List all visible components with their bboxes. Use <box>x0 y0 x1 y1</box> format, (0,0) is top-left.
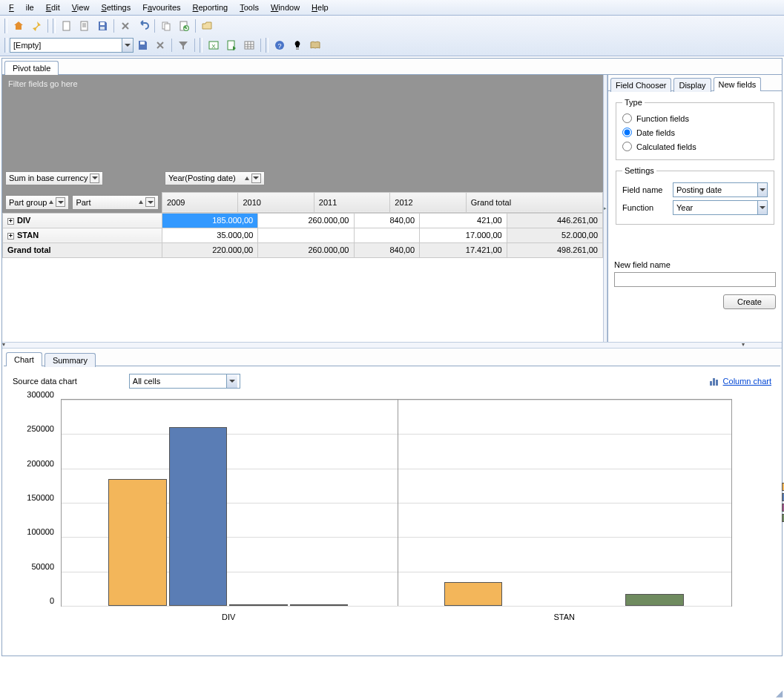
function-combo[interactable] <box>673 200 768 215</box>
pivot-col-header[interactable]: 2009 <box>162 192 238 212</box>
copy-icon[interactable] <box>158 18 174 34</box>
svg-rect-5 <box>165 24 170 30</box>
chart-plot: 050000100000150000200000250000300000 200… <box>13 399 771 644</box>
right-panel: Field Chooser Display New fields Type Fu… <box>607 75 782 342</box>
type-group: Type Function fields Date fields Calcula… <box>616 98 774 160</box>
svg-rect-2 <box>100 22 105 25</box>
grid-icon[interactable] <box>241 37 257 53</box>
legend-item: 2012 <box>782 513 784 522</box>
svg-point-7 <box>183 25 189 31</box>
tab-pivot-table[interactable]: Pivot table <box>4 61 59 75</box>
chart-panel: Chart Summary Source data chart Column c… <box>4 350 780 654</box>
new-icon[interactable] <box>59 18 75 34</box>
pivot-col-header[interactable]: 2012 <box>390 192 466 212</box>
row-field-part-group[interactable]: Part group <box>5 195 69 210</box>
menu-tools[interactable]: Tools <box>234 1 265 13</box>
menu-favourites[interactable]: Favourites <box>136 1 186 13</box>
export-excel-icon[interactable]: X <box>205 37 222 53</box>
svg-rect-16 <box>710 381 712 386</box>
newfieldname-label: New field name <box>614 260 776 269</box>
fieldname-combo[interactable] <box>673 182 768 197</box>
pivot-cell[interactable]: 52.000,00 <box>507 228 602 242</box>
filter-icon[interactable] <box>175 37 191 53</box>
help-icon[interactable]: ? <box>271 37 288 53</box>
menu-file[interactable]: File <box>3 1 40 13</box>
pivot-col-header[interactable]: Grand total <box>466 192 602 212</box>
chart-bar <box>290 604 348 606</box>
pivot-grid[interactable]: +DIV185.000,00260.000,00840,00421,00446.… <box>2 213 603 258</box>
pivot-cell[interactable]: 35.000,00 <box>162 228 258 242</box>
tab-display[interactable]: Display <box>673 78 711 92</box>
pivot-cell[interactable]: 840,00 <box>354 213 420 228</box>
menu-settings[interactable]: Settings <box>95 1 136 13</box>
menu-help[interactable]: Help <box>306 1 335 13</box>
filter-drop-area[interactable]: Filter fields go here <box>2 75 603 168</box>
source-data-label: Source data chart <box>13 377 77 386</box>
edit-icon[interactable] <box>76 18 93 34</box>
radio-date-fields[interactable] <box>622 128 632 137</box>
create-button[interactable]: Create <box>723 294 776 309</box>
column-field-year[interactable]: Year(Posting date) <box>165 171 265 185</box>
pivot-cell[interactable]: 421,00 <box>420 213 507 228</box>
svg-rect-1 <box>81 22 88 30</box>
undo-icon[interactable] <box>135 18 151 34</box>
tab-field-chooser[interactable]: Field Chooser <box>610 78 671 92</box>
layout-combo[interactable] <box>10 38 134 53</box>
pivot-col-header[interactable]: 2011 <box>314 192 389 212</box>
splitter-horizontal[interactable]: ▾ ▾ <box>2 342 782 349</box>
pin-icon[interactable] <box>28 18 45 34</box>
save-layout-icon[interactable] <box>134 37 151 53</box>
svg-text:?: ? <box>277 42 281 50</box>
book-icon[interactable] <box>307 37 323 53</box>
source-data-combo[interactable] <box>129 374 240 389</box>
radio-calculated-fields[interactable] <box>622 142 632 151</box>
column-chart-icon <box>708 375 720 387</box>
main-tabstrip: Pivot table <box>2 59 782 75</box>
tip-icon[interactable] <box>289 37 306 53</box>
chart-bar <box>169 427 227 606</box>
pivot-row-header[interactable]: +STAN <box>3 228 162 242</box>
home-icon[interactable] <box>10 18 27 34</box>
legend-item: 2011 <box>782 503 784 512</box>
chart-x-label: STAN <box>527 612 602 621</box>
pivot-cell[interactable]: 260.000,00 <box>258 213 354 228</box>
toolbar-primary: X ? <box>0 16 784 56</box>
chart-bar <box>444 582 502 606</box>
tab-chart[interactable]: Chart <box>6 352 42 366</box>
pivot-cell[interactable] <box>354 228 420 242</box>
chart-bar <box>625 594 683 606</box>
pivot-cell[interactable]: 17.000,00 <box>420 228 507 242</box>
legend-item: 2009 <box>782 482 784 491</box>
chart-bar <box>108 479 166 606</box>
legend-item: 2010 <box>782 492 784 501</box>
refresh-icon[interactable] <box>176 18 192 34</box>
menu-edit[interactable]: Edit <box>40 1 66 13</box>
pivot-cell[interactable]: 185.000,00 <box>162 213 258 228</box>
tab-new-fields[interactable]: New fields <box>714 77 762 91</box>
newfieldname-input[interactable] <box>614 272 776 287</box>
export-sheet-icon[interactable] <box>223 37 240 53</box>
delete-layout-icon[interactable] <box>152 37 168 53</box>
pivot-cell[interactable] <box>258 228 354 242</box>
folder-icon[interactable] <box>199 18 215 34</box>
menu-window[interactable]: Window <box>265 1 306 13</box>
svg-rect-15 <box>296 48 299 50</box>
tab-summary[interactable]: Summary <box>45 353 96 367</box>
pivot-row-header[interactable]: +DIV <box>3 213 162 228</box>
data-field[interactable]: Sum in base currency <box>5 171 103 185</box>
chart-bar <box>229 604 287 606</box>
svg-rect-8 <box>140 42 145 44</box>
svg-rect-0 <box>63 22 70 30</box>
radio-function-fields[interactable] <box>622 113 632 123</box>
menu-reporting[interactable]: Reporting <box>187 1 234 13</box>
svg-rect-3 <box>100 27 105 30</box>
delete-icon[interactable] <box>117 18 134 34</box>
column-chart-link[interactable]: Column chart <box>708 375 771 387</box>
pivot-col-header[interactable]: 2010 <box>238 192 314 212</box>
svg-text:X: X <box>211 43 216 50</box>
pivot-cell[interactable]: 446.261,00 <box>507 213 602 228</box>
menu-view[interactable]: View <box>66 1 96 13</box>
chart-x-label: DIV <box>191 612 266 621</box>
save-icon[interactable] <box>94 18 111 34</box>
row-field-part[interactable]: Part <box>72 195 159 210</box>
